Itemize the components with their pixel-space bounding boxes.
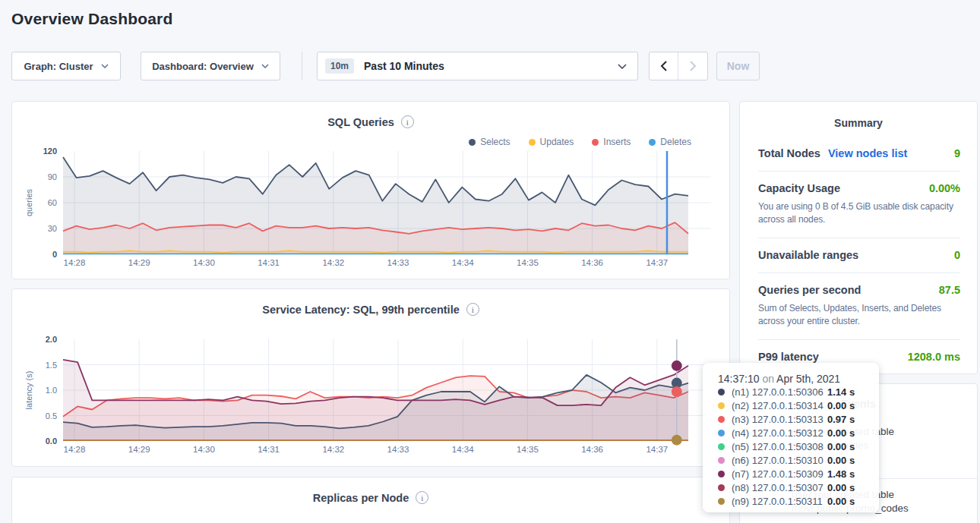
summary-label: Unavailable ranges bbox=[758, 249, 858, 261]
svg-text:14:28: 14:28 bbox=[64, 445, 86, 454]
node-latency-value: 0.00 s bbox=[827, 455, 855, 466]
chevron-right-icon bbox=[690, 61, 697, 71]
svg-text:14:37: 14:37 bbox=[646, 258, 668, 267]
summary-row-total-nodes: Total Nodes View nodes list 9 bbox=[758, 137, 960, 171]
node-color-dot bbox=[718, 443, 725, 450]
tooltip-row: (n1) 127.0.0.1:503061.14 s bbox=[718, 385, 879, 399]
tooltip-row: (n4) 127.0.0.1:503120.00 s bbox=[718, 426, 879, 440]
summary-row-unavailable: Unavailable ranges 0 bbox=[758, 238, 960, 273]
node-latency-value: 0.00 s bbox=[827, 482, 855, 493]
node-color-dot bbox=[718, 498, 725, 505]
tooltip-row: (n6) 127.0.0.1:503100.00 s bbox=[718, 453, 879, 467]
node-latency-value: 1.48 s bbox=[827, 468, 855, 480]
sql-queries-card: SQL Queries i SelectsUpdatesInsertsDelet… bbox=[11, 101, 730, 279]
node-address: (n4) 127.0.0.1:50312 bbox=[732, 427, 827, 439]
node-address: (n1) 127.0.0.1:50306 bbox=[732, 386, 827, 398]
now-button[interactable]: Now bbox=[716, 52, 760, 80]
chevron-down-icon bbox=[101, 64, 109, 68]
dashboard-dropdown-label: Dashboard: Overview bbox=[152, 61, 254, 72]
svg-text:2.0: 2.0 bbox=[46, 335, 57, 344]
summary-subtext: Sum of Selects, Updates, Inserts, and De… bbox=[758, 302, 960, 328]
node-color-dot bbox=[718, 389, 725, 395]
node-address: (n6) 127.0.0.1:50310 bbox=[732, 455, 827, 466]
summary-subtext: You are using 0 B of 4.5 GiB usable disk… bbox=[758, 200, 960, 226]
svg-text:14:34: 14:34 bbox=[452, 258, 474, 267]
svg-text:14:33: 14:33 bbox=[387, 445, 409, 454]
page-title: Overview Dashboard bbox=[11, 10, 173, 28]
node-latency-value: 0.00 s bbox=[827, 441, 855, 452]
summary-label: Queries per second bbox=[758, 284, 861, 296]
node-address: (n3) 127.0.0.1:50313 bbox=[732, 414, 827, 425]
svg-text:14:31: 14:31 bbox=[258, 258, 280, 267]
svg-text:0.0: 0.0 bbox=[46, 436, 57, 446]
svg-text:14:32: 14:32 bbox=[322, 445, 344, 454]
view-nodes-list-link[interactable]: View nodes list bbox=[828, 147, 908, 159]
summary-value: 87.5 bbox=[939, 284, 960, 296]
svg-text:90: 90 bbox=[48, 172, 57, 181]
summary-label: Total Nodes bbox=[758, 147, 820, 159]
replicas-per-node-card: Replicas per Node i bbox=[11, 477, 730, 523]
tooltip-timestamp: 14:37:10 on Apr 5th, 2021 bbox=[718, 373, 879, 385]
svg-text:0: 0 bbox=[52, 250, 57, 259]
summary-row-qps: Queries per second 87.5 Sum of Selects, … bbox=[758, 273, 960, 339]
summary-label: Capacity Usage bbox=[758, 182, 840, 194]
summary-row-capacity: Capacity Usage 0.00% You are using 0 B o… bbox=[758, 171, 960, 238]
chevron-down-icon bbox=[618, 64, 627, 69]
node-color-dot bbox=[718, 457, 725, 464]
node-latency-value: 0.00 s bbox=[827, 427, 855, 439]
svg-text:latency (s): latency (s) bbox=[24, 371, 33, 410]
node-color-dot bbox=[718, 416, 725, 423]
node-latency-value: 0.97 s bbox=[827, 414, 855, 425]
prev-range-button[interactable] bbox=[650, 52, 678, 80]
svg-text:14:29: 14:29 bbox=[128, 445, 150, 454]
time-nav-group bbox=[649, 52, 708, 80]
time-range-picker[interactable]: 10m Past 10 Minutes bbox=[317, 52, 638, 80]
graph-dropdown[interactable]: Graph: Cluster bbox=[11, 52, 121, 80]
summary-value: 1208.0 ms bbox=[908, 351, 960, 363]
graph-dropdown-label: Graph: Cluster bbox=[24, 61, 93, 72]
node-color-dot bbox=[718, 471, 725, 477]
node-address: (n5) 127.0.0.1:50308 bbox=[732, 441, 827, 452]
summary-panel: Summary Total Nodes View nodes list 9 Ca… bbox=[739, 101, 978, 374]
svg-text:60: 60 bbox=[48, 198, 57, 207]
chevron-down-icon bbox=[261, 64, 269, 68]
node-color-dot bbox=[718, 484, 725, 491]
sql-queries-chart[interactable]: 14:2814:2914:3014:3114:3214:3314:3414:35… bbox=[12, 102, 731, 280]
controls-divider bbox=[302, 52, 302, 80]
summary-value: 9 bbox=[954, 147, 960, 159]
info-icon[interactable]: i bbox=[416, 491, 428, 504]
node-color-dot bbox=[718, 402, 725, 409]
time-range-label: Past 10 Minutes bbox=[364, 60, 444, 72]
service-latency-chart[interactable]: 14:2814:2914:3014:3114:3214:3314:3414:35… bbox=[12, 289, 731, 468]
svg-text:30: 30 bbox=[48, 224, 57, 233]
svg-text:14:28: 14:28 bbox=[64, 258, 86, 267]
tooltip-row: (n7) 127.0.0.1:503091.48 s bbox=[718, 467, 879, 480]
summary-heading: Summary bbox=[740, 102, 977, 129]
node-color-dot bbox=[718, 430, 725, 436]
node-latency-value: 0.00 s bbox=[827, 400, 855, 411]
chevron-left-icon bbox=[660, 61, 667, 71]
service-latency-card: Service Latency: SQL, 99th percentile i … bbox=[11, 288, 730, 467]
svg-text:14:32: 14:32 bbox=[322, 258, 344, 267]
summary-label: P99 latency bbox=[758, 351, 819, 363]
overview-dashboard-page: Overview Dashboard Graph: Cluster Dashbo… bbox=[0, 0, 980, 523]
svg-text:1.5: 1.5 bbox=[46, 361, 57, 370]
svg-text:14:37: 14:37 bbox=[646, 445, 668, 454]
node-latency-value: 0.00 s bbox=[827, 496, 855, 507]
node-address: (n7) 127.0.0.1:50309 bbox=[732, 468, 827, 480]
summary-value: 0 bbox=[954, 249, 960, 261]
node-address: (n9) 127.0.0.1:50311 bbox=[732, 496, 827, 507]
svg-text:14:30: 14:30 bbox=[193, 445, 215, 454]
node-latency-value: 1.14 s bbox=[827, 386, 855, 398]
svg-text:14:36: 14:36 bbox=[581, 445, 603, 454]
tooltip-row: (n5) 127.0.0.1:503080.00 s bbox=[718, 440, 879, 453]
node-address: (n2) 127.0.0.1:50314 bbox=[732, 400, 827, 411]
replicas-per-node-title: Replicas per Node bbox=[313, 492, 409, 504]
next-range-button[interactable] bbox=[678, 52, 707, 80]
svg-text:14:29: 14:29 bbox=[128, 258, 150, 267]
dashboard-dropdown[interactable]: Dashboard: Overview bbox=[141, 52, 280, 80]
tooltip-row: (n2) 127.0.0.1:503140.00 s bbox=[718, 399, 879, 412]
svg-text:14:31: 14:31 bbox=[258, 445, 280, 454]
controls-bar: Graph: Cluster Dashboard: Overview 10m P… bbox=[11, 52, 760, 80]
svg-text:0.5: 0.5 bbox=[46, 411, 57, 421]
